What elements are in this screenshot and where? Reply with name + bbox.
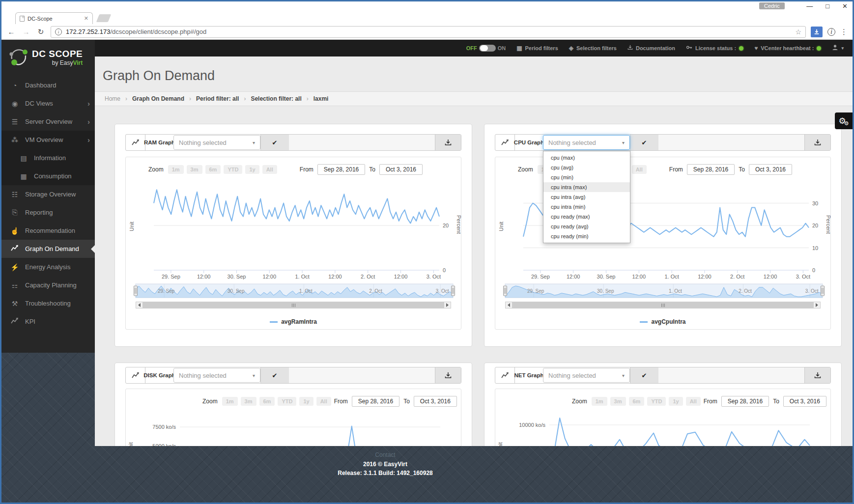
cpu-right-handle[interactable]	[821, 286, 825, 296]
ram-scrollbar[interactable]	[136, 302, 451, 308]
ram-zoom-1y[interactable]: 1y	[245, 165, 259, 174]
ram-left-handle[interactable]	[134, 286, 138, 296]
back-icon[interactable]: ←	[6, 28, 16, 36]
disk-series-select[interactable]: Nothing selected▾	[173, 368, 260, 383]
net-to-date[interactable]: Oct 3, 2016	[783, 396, 826, 407]
sidebar-item-recommendation[interactable]: ☝Recommendation	[1, 222, 95, 240]
ram-zoom-ytd[interactable]: YTD	[224, 165, 242, 174]
sidebar-item-troubleshooting[interactable]: ⚒Troubleshooting	[1, 294, 95, 312]
ram-from-date[interactable]: Sep 28, 2016	[317, 164, 365, 175]
dropdown-option-cpu-intra-max[interactable]: cpu intra (max)	[543, 182, 630, 192]
disk-zoom-1m[interactable]: 1m	[222, 397, 238, 406]
sidebar-item-dashboard[interactable]: ◔Dashboard	[1, 76, 95, 94]
off-on-toggle[interactable]: OFF ON	[466, 45, 506, 52]
period-filters-button[interactable]: ▦ Period filters	[516, 45, 558, 52]
ram-zoom-all[interactable]: All	[262, 165, 277, 174]
ram-to-date[interactable]: Oct 3, 2016	[379, 164, 423, 175]
breadcrumb-item-period-filter-all[interactable]: Period filter: all	[196, 95, 239, 102]
dropdown-option-cpu-avg[interactable]: cpu (avg)	[543, 163, 630, 172]
browser-tab[interactable]: DC-Scope ✕	[15, 12, 93, 24]
ram-apply-button[interactable]: ✔	[260, 135, 288, 150]
dc-scope-logo[interactable]: DC SCOPE by EasyVirt	[1, 40, 95, 75]
disk-apply-button[interactable]: ✔	[260, 367, 288, 383]
ram-legend[interactable]: avgRamIntra	[126, 318, 461, 325]
chrome-info-icon[interactable]: i	[827, 28, 835, 36]
sidebar-item-reporting[interactable]: ⎘Reporting	[1, 203, 95, 222]
cpu-apply-button[interactable]: ✔	[630, 135, 658, 150]
contact-link[interactable]: Contact	[375, 451, 395, 458]
net-zoom-ytd[interactable]: YTD	[647, 397, 666, 406]
minimize-button[interactable]: —	[806, 1, 813, 11]
ram-download-button[interactable]	[435, 135, 461, 150]
disk-zoom-ytd[interactable]: YTD	[278, 397, 296, 406]
net-zoom-1y[interactable]: 1y	[669, 397, 683, 406]
net-download-button[interactable]	[804, 367, 830, 383]
disk-zoom-1y[interactable]: 1y	[299, 397, 313, 406]
dropdown-option-cpu-min[interactable]: cpu (min)	[543, 172, 630, 182]
site-info-icon[interactable]: i	[55, 28, 62, 35]
selection-filters-button[interactable]: ◈ Selection filters	[569, 45, 617, 52]
sidebar-item-capacity-planning[interactable]: ⚏Capacity Planning	[1, 276, 95, 294]
scroll-right-arrow[interactable]	[444, 302, 451, 308]
chrome-menu-icon[interactable]: ⋮	[840, 28, 848, 36]
chrome-profile-badge[interactable]: Cedric	[759, 2, 785, 9]
sidebar-item-graph-on-demand[interactable]: Graph On Demand	[1, 240, 95, 258]
settings-gear-button[interactable]: ⚙ ⚙	[835, 112, 853, 129]
cpu-navigator[interactable]: 29. Sep30. Sep1. Oct2. Oct3. Oct	[495, 282, 832, 300]
toggle-pill[interactable]	[479, 45, 496, 52]
disk-zoom-all[interactable]: All	[316, 397, 331, 406]
breadcrumb-item-home[interactable]: Home	[105, 95, 120, 102]
close-button[interactable]: ✕	[842, 1, 848, 11]
forward-icon[interactable]: →	[21, 28, 31, 36]
ram-right-handle[interactable]	[452, 286, 455, 296]
disk-zoom-3m[interactable]: 3m	[241, 397, 256, 406]
scroll-left-arrow[interactable]	[506, 302, 512, 308]
sidebar-item-vm-overview[interactable]: ⁂VM Overview›	[1, 131, 95, 149]
cpu-legend[interactable]: avgCpuIntra	[495, 318, 830, 325]
cpu-download-button[interactable]	[804, 135, 830, 150]
net-zoom-6m[interactable]: 6m	[629, 397, 645, 406]
download-extension-icon[interactable]	[811, 27, 823, 37]
cpu-left-handle[interactable]	[504, 286, 507, 296]
sidebar-item-dc-views[interactable]: ◉DC Views›	[1, 94, 95, 112]
new-tab-button[interactable]	[96, 14, 111, 22]
ram-series-select[interactable]: Nothing selected▾	[173, 135, 260, 150]
scroll-thumb[interactable]	[512, 302, 813, 308]
cpu-series-select[interactable]: Nothing selected▾	[543, 135, 630, 150]
net-apply-button[interactable]: ✔	[630, 367, 658, 383]
reload-icon[interactable]: ↻	[36, 28, 46, 36]
cpu-to-date[interactable]: Oct 3, 2016	[749, 164, 792, 175]
sidebar-item-server-overview[interactable]: ☰Server Overview›	[1, 112, 95, 131]
vcenter-heartbeat[interactable]: ♥ VCenter hearthbeat :	[754, 45, 821, 52]
cpu-scrollbar[interactable]	[505, 302, 821, 308]
sidebar-item-storage-overview[interactable]: ☷Storage Overview	[1, 185, 95, 203]
scroll-left-arrow[interactable]	[136, 302, 143, 308]
user-menu[interactable]: ▾	[832, 44, 844, 52]
sidebar-item-energy-analysis[interactable]: ⚡Energy Analysis	[1, 258, 95, 276]
net-zoom-3m[interactable]: 3m	[610, 397, 626, 406]
dropdown-option-cpu-ready-min[interactable]: cpu ready (min)	[543, 231, 630, 241]
ram-zoom-6m[interactable]: 6m	[205, 165, 221, 174]
dropdown-option-cpu-intra-min[interactable]: cpu intra (min)	[543, 202, 630, 212]
maximize-button[interactable]: □	[826, 1, 829, 11]
scroll-thumb[interactable]	[143, 302, 444, 308]
bookmark-star-icon[interactable]: ☆	[795, 28, 801, 36]
ram-zoom-1m[interactable]: 1m	[168, 165, 184, 174]
disk-zoom-6m[interactable]: 6m	[259, 397, 275, 406]
sidebar-item-kpi[interactable]: KPI	[1, 312, 95, 331]
address-input[interactable]: i 172.27.252.173/dcscope/client/dcscope.…	[51, 26, 806, 38]
disk-download-button[interactable]	[435, 367, 461, 383]
disk-to-date[interactable]: Oct 3, 2016	[414, 396, 457, 407]
breadcrumb-item-laxmi[interactable]: laxmi	[313, 95, 329, 102]
net-from-date[interactable]: Sep 28, 2016	[721, 396, 769, 407]
dropdown-option-cpu-max[interactable]: cpu (max)	[543, 153, 630, 163]
ram-zoom-3m[interactable]: 3m	[187, 165, 202, 174]
license-status[interactable]: License status :	[686, 44, 743, 52]
breadcrumb-item-graph-on-demand[interactable]: Graph On Demand	[132, 95, 184, 102]
net-zoom-all[interactable]: All	[686, 397, 701, 406]
net-series-select[interactable]: Nothing selected▾	[543, 368, 630, 383]
sidebar-item-consumption[interactable]: ▦Consumption	[1, 167, 95, 185]
ram-navigator[interactable]: 29. Sep30. Sep1. Oct2. Oct3. Oct	[126, 282, 463, 300]
dropdown-option-cpu-intra-avg[interactable]: cpu intra (avg)	[543, 192, 630, 202]
documentation-button[interactable]: Documentation	[627, 45, 675, 52]
